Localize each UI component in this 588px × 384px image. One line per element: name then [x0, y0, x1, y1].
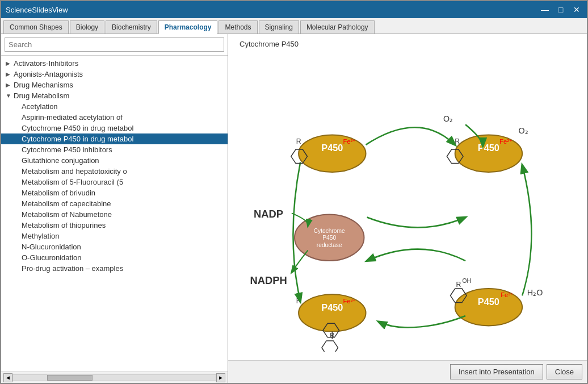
svg-text:NADPH: NADPH	[250, 274, 287, 286]
tab-pharmacology[interactable]: Pharmacology	[158, 20, 218, 34]
svg-text:Cytochrome: Cytochrome	[314, 228, 345, 234]
tab-molecular-pathology[interactable]: Molecular Pathology	[300, 20, 375, 34]
arrow-icon: ▶	[6, 60, 14, 66]
maximize-button[interactable]: □	[555, 4, 566, 15]
tree-item-prodrug[interactable]: Pro-drug activation – examples	[1, 263, 228, 274]
tree-label: Metabolism of 5-Fluorouracil (5	[22, 178, 123, 186]
tree-item-thiopurines[interactable]: Metabolism of thiopurines	[1, 220, 228, 231]
tree-label: Agonists-Antagonists	[14, 70, 83, 78]
tree-item-nabumetone[interactable]: Metabolism of Nabumetone	[1, 209, 228, 220]
svg-text:P450: P450	[478, 143, 499, 153]
tree-label: Drug Mechanisms	[14, 81, 73, 89]
svg-text:Fe²⁺: Fe²⁺	[499, 138, 513, 145]
tree-item-hepatotoxicity[interactable]: Metabolism and hepatotoxicity o	[1, 166, 228, 177]
svg-text:Fe³⁺: Fe³⁺	[501, 291, 514, 298]
svg-text:P450: P450	[321, 143, 343, 153]
window-controls: — □ ✕	[539, 4, 582, 15]
tree-item-cytp450-2[interactable]: Cytochrome P450 in drug metabol	[1, 133, 228, 144]
scroll-right-button[interactable]: ▶	[216, 373, 225, 382]
svg-text:P450: P450	[478, 297, 499, 307]
tab-signaling[interactable]: Signaling	[259, 20, 299, 34]
main-content: ▶ Activators-Inhibitors ▶ Agonists-Antag…	[1, 34, 587, 383]
tree-item-fluorouracil[interactable]: Metabolism of 5-Fluorouracil (5	[1, 177, 228, 187]
tree-item-cytp450-1[interactable]: Cytochrome P450 in drug metabol	[1, 123, 228, 133]
tree-label: Activators-Inhibitors	[14, 59, 78, 68]
tree-label: Glutathione conjugation	[22, 156, 99, 165]
scroll-left-button[interactable]: ◀	[3, 373, 12, 382]
tree-label: Metabolism and hepatotoxicity o	[22, 167, 127, 176]
diagram-area: Cytochrome P450 P450 Fe²⁺ R P450 Fe²⁺ R …	[228, 34, 587, 360]
svg-marker-27	[322, 341, 338, 352]
window-title: ScienceSlidesView	[6, 6, 68, 14]
svg-text:reductase: reductase	[317, 242, 342, 248]
svg-text:R: R	[296, 137, 301, 145]
minimize-button[interactable]: —	[539, 4, 551, 15]
arrow-icon: ▶	[6, 82, 14, 88]
tree-item-o-glucuronidation[interactable]: O-Glucuronidation	[1, 252, 228, 263]
svg-text:H₂O: H₂O	[527, 288, 543, 297]
svg-text:R: R	[456, 281, 461, 289]
arrow-icon: ▶	[6, 71, 14, 77]
svg-text:P450: P450	[321, 302, 343, 312]
right-panel: Cytochrome P450 P450 Fe²⁺ R P450 Fe²⁺ R …	[228, 34, 587, 383]
tree-item-agonists[interactable]: ▶ Agonists-Antagonists	[1, 69, 228, 80]
tree-item-capecitabine[interactable]: Metabolism of capecitabine	[1, 198, 228, 209]
tree-label: Metabolism of thiopurines	[22, 221, 106, 229]
tree-label: Cytochrome P450 inhibitors	[22, 145, 112, 154]
tree-item-aspirin[interactable]: Aspirin-mediated acetylation of	[1, 112, 228, 123]
svg-text:Fe³⁺: Fe³⁺	[343, 298, 356, 304]
tree-item-brivudin[interactable]: Metabolism of brivudin	[1, 187, 228, 198]
tree-item-activators[interactable]: ▶ Activators-Inhibitors	[1, 58, 228, 69]
tree-item-n-glucuronidation[interactable]: N-Glucuronidation	[1, 241, 228, 252]
tab-biochemistry[interactable]: Biochemistry	[106, 20, 157, 34]
tab-methods[interactable]: Methods	[219, 20, 257, 34]
search-box	[1, 34, 228, 56]
tree-item-drug-metabolism[interactable]: ▼ Drug Metabolism	[1, 90, 228, 101]
cytochrome-diagram: P450 Fe²⁺ R P450 Fe²⁺ R O₂ O₂	[240, 54, 576, 352]
tree-item-cytp450-inhib[interactable]: Cytochrome P450 inhibitors	[1, 144, 228, 155]
search-input[interactable]	[5, 37, 224, 52]
tab-bar: Common Shapes Biology Biochemistry Pharm…	[1, 18, 587, 34]
main-window: ScienceSlidesView — □ ✕ Common Shapes Bi…	[0, 0, 588, 384]
bottom-bar: Insert into Presentation Close	[228, 360, 587, 383]
arrow-icon: ▼	[6, 93, 14, 99]
horizontal-scrollbar[interactable]: ◀ ▶	[1, 372, 228, 383]
tree-container[interactable]: ▶ Activators-Inhibitors ▶ Agonists-Antag…	[1, 56, 228, 372]
svg-text:P450: P450	[322, 235, 336, 241]
tree-label: Aspirin-mediated acetylation of	[22, 113, 123, 122]
tree-label: Drug Metabolism	[14, 91, 69, 100]
svg-text:NADP: NADP	[254, 208, 283, 220]
tree-label: Metabolism of Nabumetone	[22, 210, 112, 219]
tree-label: N-Glucuronidation	[22, 243, 81, 251]
tab-common-shapes[interactable]: Common Shapes	[3, 20, 69, 34]
tab-biology[interactable]: Biology	[70, 20, 104, 34]
scroll-track[interactable]	[12, 374, 216, 381]
svg-text:R: R	[455, 137, 460, 145]
close-panel-button[interactable]: Close	[547, 364, 582, 379]
svg-text:Fe²⁺: Fe²⁺	[343, 138, 356, 145]
svg-text:OH: OH	[462, 278, 471, 284]
tree-label: Pro-drug activation – examples	[22, 264, 123, 273]
tree-item-drug-mechanisms[interactable]: ▶ Drug Mechanisms	[1, 80, 228, 90]
tree-item-methylation[interactable]: Methylation	[1, 231, 228, 241]
svg-text:O₂: O₂	[443, 114, 453, 123]
tree-label: Metabolism of brivudin	[22, 189, 95, 197]
tree-label: O-Glucuronidation	[22, 253, 82, 262]
tree-label: Cytochrome P450 in drug metabol	[22, 124, 133, 132]
close-button[interactable]: ✕	[571, 4, 582, 15]
title-bar: ScienceSlidesView — □ ✕	[1, 1, 587, 18]
scroll-thumb[interactable]	[47, 375, 93, 381]
tree-item-acetylation[interactable]: Acetylation	[1, 101, 228, 112]
tree-item-glutathione[interactable]: Glutathione conjugation	[1, 155, 228, 166]
tree-label: Cytochrome P450 in drug metabol	[22, 135, 133, 143]
diagram-title: Cytochrome P450	[240, 40, 576, 48]
tree-label: Acetylation	[22, 102, 58, 111]
left-panel: ▶ Activators-Inhibitors ▶ Agonists-Antag…	[1, 34, 228, 383]
tree-label: Methylation	[22, 232, 59, 240]
tree-label: Metabolism of capecitabine	[22, 199, 111, 208]
svg-text:O₂: O₂	[519, 126, 528, 135]
insert-button[interactable]: Insert into Presentation	[450, 364, 543, 379]
